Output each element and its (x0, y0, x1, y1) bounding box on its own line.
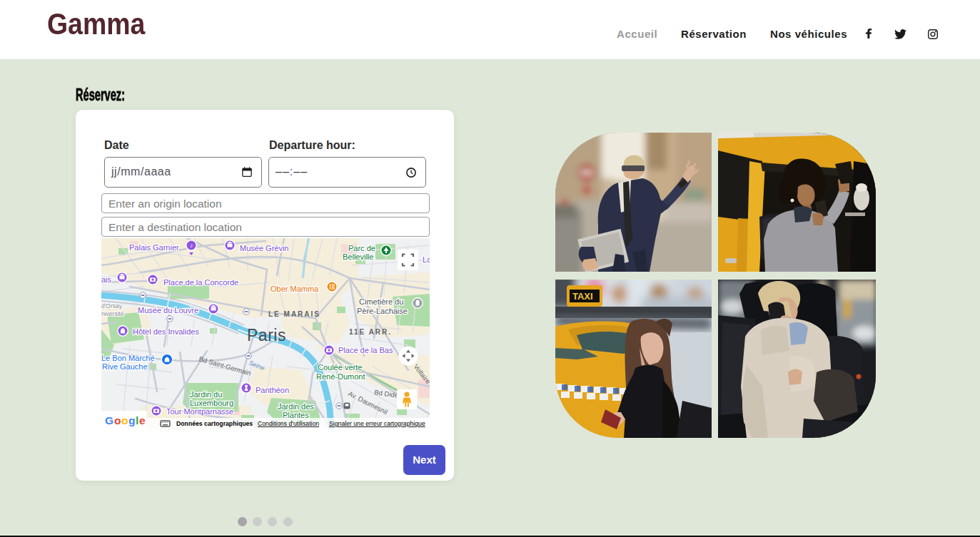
svg-text:Rive Gauche: Rive Gauche (102, 362, 148, 371)
svg-text:Données cartographiques: Données cartographiques (176, 420, 253, 427)
svg-text:LE MARAIS: LE MARAIS (268, 310, 320, 318)
svg-text:11E ARR.: 11E ARR. (349, 328, 392, 336)
svg-text:g: g (128, 414, 135, 426)
svg-text:Jardin du: Jardin du (190, 390, 222, 399)
svg-text:TAXI: TAXI (572, 291, 593, 302)
svg-text:Palais Garnier: Palais Garnier (129, 243, 179, 252)
svg-text:o: o (114, 414, 121, 426)
svg-text:Père-Lachaise: Père-Lachaise (357, 307, 408, 315)
svg-text:La: La (423, 255, 430, 264)
svg-text:♪: ♪ (190, 242, 193, 249)
svg-text:Place de la Concorde: Place de la Concorde (163, 278, 238, 287)
svg-text:Conditions d'utilisation: Conditions d'utilisation (258, 420, 319, 427)
svg-text:Belleville: Belleville (343, 252, 373, 261)
svg-text:Signaler une erreur cartograph: Signaler une erreur cartographique (329, 420, 425, 427)
svg-text:Le Bon Marché: Le Bon Marché (101, 354, 155, 362)
svg-text:Musée du Louvre: Musée du Louvre (138, 306, 198, 314)
svg-text:G: G (105, 414, 113, 426)
svg-text:Parc de: Parc de (348, 244, 375, 252)
svg-text:Musée Grévin: Musée Grévin (240, 244, 288, 252)
svg-text:Tour Montparnasse: Tour Montparnasse (166, 407, 233, 416)
svg-text:Cimetière du: Cimetière du (359, 297, 403, 306)
svg-text:Luxembourg: Luxembourg (190, 399, 233, 407)
svg-text:niversité: niversité (101, 310, 124, 317)
svg-text:René-Dumont: René-Dumont (316, 372, 365, 381)
svg-text:ais: ais (101, 275, 112, 284)
svg-text:Place de la Bas: Place de la Bas (338, 346, 393, 354)
svg-text:d'Orsay: d'Orsay (101, 302, 123, 310)
svg-text:Jardin des: Jardin des (278, 402, 314, 411)
svg-text:Coulée verte: Coulée verte (318, 363, 362, 372)
svg-text:Paris: Paris (247, 326, 286, 344)
svg-text:l: l (136, 414, 138, 426)
svg-text:Panthéon: Panthéon (256, 386, 289, 394)
svg-text:Hôtel des Invalides: Hôtel des Invalides (133, 327, 199, 336)
svg-text:o: o (121, 414, 128, 426)
svg-text:e: e (139, 414, 146, 426)
svg-text:Ober Mamma: Ober Mamma (271, 285, 319, 293)
